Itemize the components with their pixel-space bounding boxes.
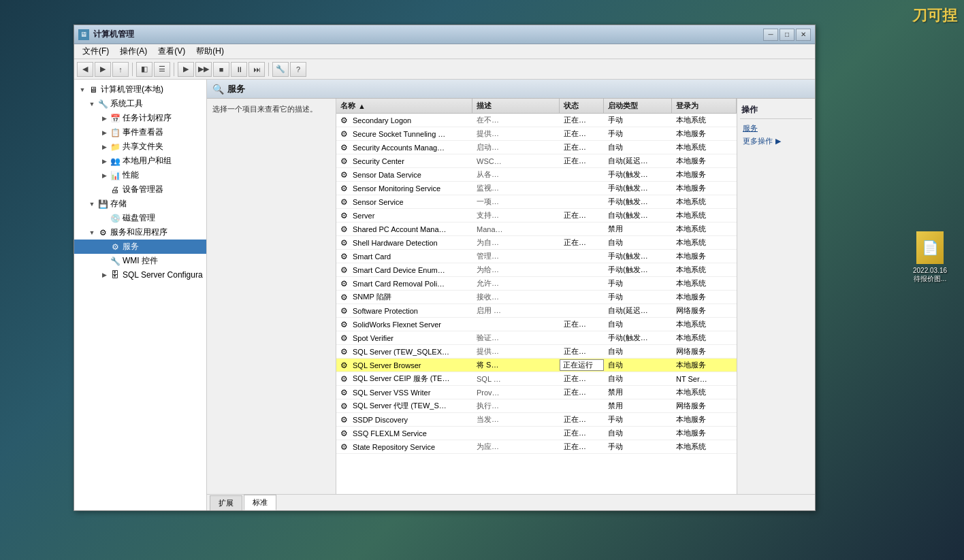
svc-startup-cell: 手动(触发… (604, 169, 672, 180)
svc-desc-cell: 提供… (472, 346, 560, 357)
table-row[interactable]: ⚙ Smart Card 管理… 手动(触发… 本地服务 (336, 250, 737, 263)
expand-icon-taskscheduler: ▶ (99, 113, 110, 124)
table-row[interactable]: ⚙ Shell Hardware Detection 为自… 正在… 自动 本地… (336, 236, 737, 250)
svc-login-cell: 本地系统 (672, 237, 737, 248)
svc-login-cell: 本地系统 (672, 114, 737, 126)
folder-icon[interactable]: 📄 (916, 231, 944, 264)
col-header-desc[interactable]: 描述 (472, 99, 560, 113)
tree-item-storage[interactable]: ▼ 💾 存储 (74, 197, 206, 211)
table-row[interactable]: ⚙ Security Center WSC… 正在… 自动(延迟… 本地服务 (336, 154, 737, 168)
svc-name-cell: ⚙ SolidWorks Flexnet Server (336, 319, 472, 330)
col-header-startup[interactable]: 启动类型 (604, 99, 672, 113)
tree-label-devmanager: 设备管理器 (123, 184, 163, 195)
service-gear-icon: ⚙ (340, 225, 350, 234)
svc-startup-cell: 手动 (604, 441, 672, 452)
svc-login-cell: 本地服务 (672, 128, 737, 139)
menu-file[interactable]: 文件(F) (77, 44, 114, 59)
table-row[interactable]: ⚙ Spot Verifier 验证… 手动(触发… 本地系统 (336, 331, 737, 345)
table-row[interactable]: ⚙ SQL Server VSS Writer Prov… 正在… 禁用 本地系… (336, 386, 737, 399)
tab-expand[interactable]: 扩展 (210, 495, 242, 510)
table-row[interactable]: ⚙ Security Accounts Manag… 启动… 正在… 自动 本地… (336, 141, 737, 154)
toolbar-back[interactable]: ◀ (77, 62, 93, 77)
table-row[interactable]: ⚙ SQL Server CEIP 服务 (TE… SQL … 正在… 自动 N… (336, 372, 737, 386)
svc-status-cell: 正在… (560, 414, 604, 425)
tree-item-sqlconfig[interactable]: ▶ 🗄 SQL Server Configura (74, 268, 206, 282)
services-table[interactable]: ⚙ Secondary Logon 在不… 正在… 手动 本地系统 ⚙ Secu… (336, 114, 737, 494)
sort-arrow: ▲ (358, 102, 366, 110)
toolbar-view[interactable]: ☰ (154, 62, 170, 77)
toolbar-pause[interactable]: ⏸ (231, 62, 247, 77)
services-list-panel: 名称 ▲ 描述 状态 启动类型 (336, 99, 737, 494)
service-gear-icon: ⚙ (340, 429, 350, 438)
toolbar-forward[interactable]: ▶ (95, 62, 111, 77)
toolbar-restart[interactable]: ⏭ (248, 62, 265, 77)
tree-item-computer[interactable]: ▼ 🖥 计算机管理(本地) (74, 82, 206, 97)
service-gear-icon: ⚙ (340, 143, 350, 152)
menu-help[interactable]: 帮助(H) (191, 44, 229, 59)
table-row[interactable]: ⚙ SQL Server 代理 (TEW_S… 执行… 禁用 网络服务 (336, 399, 737, 413)
tree-item-taskscheduler[interactable]: ▶ 📅 任务计划程序 (74, 111, 206, 125)
table-row[interactable]: ⚙ State Repository Service 为应… 正在… 手动 本地… (336, 440, 737, 454)
title-bar: 🖥 计算机管理 ─ □ ✕ (74, 25, 815, 44)
table-row[interactable]: ⚙ SSQ FLEXLM Service 正在… 自动 本地服务 (336, 427, 737, 440)
column-headers: 名称 ▲ 描述 状态 启动类型 (336, 99, 737, 114)
svc-name-cell: ⚙ SSDP Discovery (336, 414, 472, 425)
col-header-login[interactable]: 登录为 (672, 99, 737, 113)
toolbar-startfwd[interactable]: ▶▶ (195, 62, 212, 77)
toolbar-help[interactable]: ? (290, 62, 306, 77)
servicesapps-icon: ⚙ (97, 227, 108, 238)
toolbar-show-hide[interactable]: ◧ (136, 62, 152, 77)
menu-view[interactable]: 查看(V) (152, 44, 191, 59)
col-header-status[interactable]: 状态 (560, 99, 604, 113)
table-row[interactable]: ⚙ Sensor Data Service 从各… 手动(触发… 本地服务 (336, 168, 737, 182)
toolbar-stop[interactable]: ■ (213, 62, 229, 77)
svc-startup-cell: 手动(触发… (604, 332, 672, 344)
action-services[interactable]: 服务 (740, 122, 812, 135)
svc-name-cell: ⚙ Smart Card Device Enum… (336, 265, 472, 276)
close-button[interactable]: ✕ (796, 29, 811, 41)
toolbar-up[interactable]: ↑ (112, 62, 129, 77)
menu-action[interactable]: 操作(A) (114, 44, 152, 59)
svc-login-cell: 本地服务 (672, 250, 737, 262)
table-row[interactable]: ⚙ SolidWorks Flexnet Server 正在… 自动 本地系统 (336, 318, 737, 331)
diskmanager-icon: 💿 (110, 213, 120, 224)
col-header-name[interactable]: 名称 ▲ (336, 99, 472, 113)
minimize-button[interactable]: ─ (763, 29, 778, 41)
svc-name-cell: ⚙ Spot Verifier (336, 333, 472, 344)
table-row[interactable]: ⚙ SSDP Discovery 当发… 正在… 手动 本地服务 (336, 413, 737, 427)
restore-button[interactable]: □ (780, 29, 794, 41)
tree-item-devmanager[interactable]: 🖨 设备管理器 (74, 182, 206, 197)
table-row[interactable]: ⚙ Secure Socket Tunneling … 提供… 正在… 手动 本… (336, 127, 737, 141)
svc-startup-cell: 自动 (604, 237, 672, 248)
svc-desc-cell: 一项… (472, 196, 560, 208)
tree-item-services[interactable]: ⚙ 服务 (74, 240, 206, 254)
table-row[interactable]: ⚙ SQL Server Browser 将 S… 正在运行 自动 本地服务 (336, 359, 737, 372)
svc-desc-cell: 管理… (472, 250, 560, 262)
tree-item-eventviewer[interactable]: ▶ 📋 事件查看器 (74, 125, 206, 139)
table-row[interactable]: ⚙ Shared PC Account Mana… Mana… 禁用 本地系统 (336, 223, 737, 236)
tree-item-servicesapps[interactable]: ▼ ⚙ 服务和应用程序 (74, 225, 206, 240)
svc-startup-cell: 手动 (604, 114, 672, 126)
table-row[interactable]: ⚙ Secondary Logon 在不… 正在… 手动 本地系统 (336, 114, 737, 127)
table-row[interactable]: ⚙ Smart Card Device Enum… 为给… 手动(触发… 本地系… (336, 263, 737, 277)
tree-item-wmi[interactable]: 🔧 WMI 控件 (74, 254, 206, 268)
tree-item-performance[interactable]: ▶ 📊 性能 (74, 168, 206, 182)
tree-item-sharedfolder[interactable]: ▶ 📁 共享文件夹 (74, 139, 206, 154)
table-row[interactable]: ⚙ Sensor Service 一项… 手动(触发… 本地系统 (336, 195, 737, 209)
table-row[interactable]: ⚙ Server 支持… 正在… 自动(触发… 本地系统 (336, 209, 737, 223)
action-more[interactable]: 更多操作 ▶ (740, 135, 812, 148)
toolbar-properties[interactable]: 🔧 (272, 62, 289, 77)
svc-login-cell: 本地服务 (672, 414, 737, 425)
toolbar-start[interactable]: ▶ (178, 62, 194, 77)
tree-item-localusers[interactable]: ▶ 👥 本地用户和组 (74, 154, 206, 168)
table-row[interactable]: ⚙ SNMP 陷阱 接收… 手动 本地服务 (336, 291, 737, 304)
table-row[interactable]: ⚙ Sensor Monitoring Service 监视… 手动(触发… 本… (336, 182, 737, 195)
tab-standard[interactable]: 标准 (244, 495, 276, 510)
svc-name-cell: ⚙ Sensor Monitoring Service (336, 183, 472, 194)
table-row[interactable]: ⚙ SQL Server (TEW_SQLEX… 提供… 正在… 自动 网络服务 (336, 345, 737, 359)
tree-item-diskmanager[interactable]: 💿 磁盘管理 (74, 211, 206, 225)
svc-name-cell: ⚙ SQL Server CEIP 服务 (TE… (336, 373, 472, 384)
table-row[interactable]: ⚙ Software Protection 启用 … 自动(延迟… 网络服务 (336, 304, 737, 318)
tree-item-systemtools[interactable]: ▼ 🔧 系统工具 (74, 97, 206, 111)
table-row[interactable]: ⚙ Smart Card Removal Poli… 允许… 手动 本地系统 (336, 277, 737, 291)
